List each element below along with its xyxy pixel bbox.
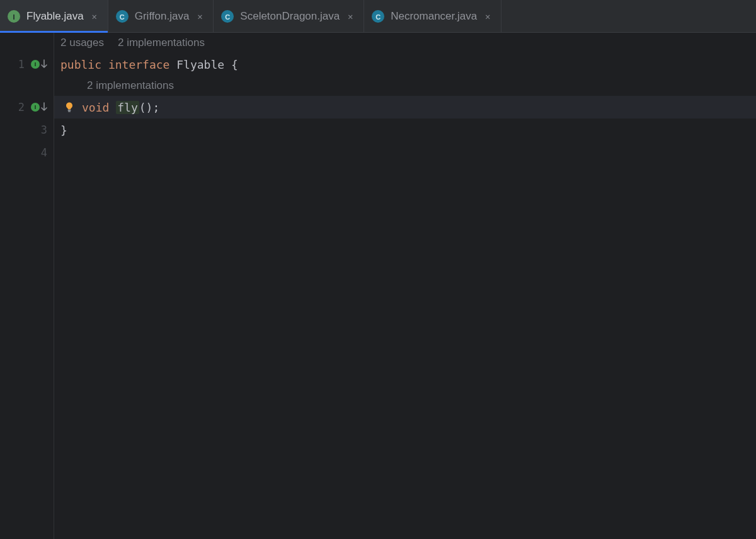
gutter: 1 I 2 I 3 4	[0, 33, 54, 539]
keyword-public: public	[60, 58, 101, 71]
method-name: fly	[116, 101, 139, 114]
tab-label: SceletonDragon.java	[240, 10, 340, 23]
code-line-empty[interactable]	[54, 141, 756, 164]
tab-label: Flyable.java	[26, 10, 84, 23]
keyword-void: void	[82, 101, 109, 114]
svg-rect-0	[68, 110, 71, 110]
close-icon[interactable]: ✕	[90, 11, 99, 21]
method-suffix: ();	[139, 101, 160, 114]
tab-label: Necromancer.java	[391, 10, 477, 23]
editor-tabbar: I Flyable.java ✕ C Griffon.java ✕ C Scel…	[0, 0, 756, 33]
code-line[interactable]: }	[54, 119, 756, 141]
line-number: 1	[18, 58, 25, 71]
usages-hint[interactable]: 2 usages	[60, 37, 104, 49]
close-icon[interactable]: ✕	[346, 11, 355, 21]
line-number: 4	[41, 146, 47, 159]
implementations-hint[interactable]: 2 implementations	[118, 37, 205, 49]
code-line[interactable]: public interface Flyable {	[54, 53, 756, 76]
implemented-marker-icon[interactable]: I	[31, 59, 47, 69]
tab-label: Griffon.java	[135, 10, 190, 23]
code-area[interactable]: 2 usages 2 implementations public interf…	[54, 33, 756, 539]
type-name: Flyable	[176, 58, 224, 71]
svg-rect-1	[68, 111, 71, 112]
close-icon[interactable]: ✕	[195, 11, 204, 21]
line-number: 3	[41, 124, 47, 136]
tab-sceletondragon[interactable]: C SceletonDragon.java ✕	[214, 0, 364, 32]
brace-close: }	[60, 124, 67, 137]
tab-necromancer[interactable]: C Necromancer.java ✕	[364, 0, 501, 32]
implementations-hint[interactable]: 2 implementations	[87, 79, 174, 92]
implemented-marker-icon[interactable]: I	[31, 102, 47, 112]
close-icon[interactable]: ✕	[483, 11, 492, 21]
class-icon: C	[221, 10, 234, 23]
class-icon: C	[372, 10, 384, 23]
intention-bulb-icon[interactable]	[63, 101, 76, 113]
keyword-interface: interface	[108, 58, 170, 71]
code-editor[interactable]: 1 I 2 I 3 4 2 usages 2 implementations	[0, 33, 756, 539]
line-number: 2	[18, 101, 25, 113]
class-icon: C	[116, 10, 129, 23]
tab-griffon[interactable]: C Griffon.java ✕	[108, 0, 214, 32]
interface-icon: I	[8, 10, 20, 23]
brace-open: {	[231, 58, 238, 71]
code-line-current[interactable]: void fly ();	[54, 96, 756, 119]
tab-flyable[interactable]: I Flyable.java ✕	[0, 0, 108, 32]
